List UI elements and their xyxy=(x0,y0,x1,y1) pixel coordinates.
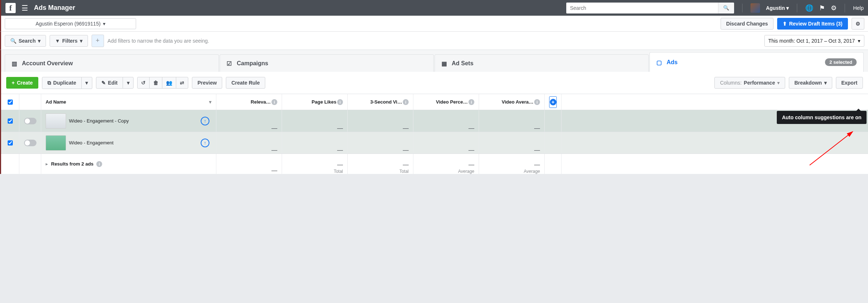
plus-icon: + xyxy=(12,80,15,86)
app-title: Ads Manager xyxy=(34,4,75,12)
cell-value: — xyxy=(271,167,277,174)
chevron-down-icon: ▾ xyxy=(38,38,40,44)
create-label: Create xyxy=(17,80,33,86)
duplicate-dropdown[interactable]: ▾ xyxy=(81,77,92,89)
add-column-button[interactable]: + xyxy=(549,96,557,108)
row-toggle[interactable] xyxy=(24,140,36,146)
duplicate-button[interactable]: ⧉ Duplicate xyxy=(42,77,82,89)
swap-icon: ⇄ xyxy=(180,80,184,86)
top-navigation: f ☰ Ads Manager 🔍 Agustin ▾ 🌐 ⚑ ⚙ Help xyxy=(0,0,868,16)
row-toggle[interactable] xyxy=(24,118,36,124)
chevron-down-icon: ▾ xyxy=(824,80,827,86)
row-name-cell[interactable]: Wideo - Engagement ↑ xyxy=(41,132,216,154)
breakdown-dropdown[interactable]: Breakdown ▾ xyxy=(789,77,832,89)
row-checkbox[interactable] xyxy=(8,140,13,145)
account-settings-button[interactable]: ⚙ xyxy=(852,18,864,30)
chevron-down-icon: ▾ xyxy=(858,38,860,44)
gear-icon: ⚙ xyxy=(856,21,860,27)
column-header-video-percent[interactable]: Video Perce… i xyxy=(413,94,479,110)
cell-value: — xyxy=(468,125,474,132)
export-import-button[interactable]: ⇄ xyxy=(176,77,188,89)
delete-button[interactable]: 🗑 xyxy=(149,77,162,89)
duplicate-icon: ⧉ xyxy=(47,80,51,86)
add-filter-button[interactable]: + xyxy=(92,35,104,47)
hamburger-menu-icon[interactable]: ☰ xyxy=(22,4,28,12)
cell-value: — xyxy=(403,125,409,132)
column-header-relevance[interactable]: Releva… i xyxy=(216,94,282,110)
divider xyxy=(797,4,797,12)
review-draft-items-button[interactable]: ⬆ Review Draft Items (3) xyxy=(777,18,848,30)
selection-count-badge: 2 selected xyxy=(825,58,857,66)
cell-value: — xyxy=(403,147,409,154)
create-button[interactable]: + Create xyxy=(6,77,38,89)
info-icon: i xyxy=(534,99,540,105)
tab-campaigns[interactable]: ☑ Campaigns xyxy=(220,54,434,72)
divider xyxy=(845,4,845,12)
pencil-icon: ✎ xyxy=(101,80,106,86)
select-all-checkbox[interactable] xyxy=(8,100,13,105)
cell-value: — xyxy=(534,125,540,132)
actions-group: ↺ 🗑 👥 ⇄ xyxy=(137,77,188,89)
breakdown-label: Breakdown xyxy=(794,80,822,86)
columns-dropdown[interactable]: Columns: Performance ▾ xyxy=(714,77,785,89)
chevron-down-icon: ▾ xyxy=(85,80,88,86)
table-header-row: Ad Name ▾ Releva… i Page Likes i 3-Secon… xyxy=(1,94,868,110)
cell-sublabel: Average xyxy=(524,169,540,174)
plus-icon: + xyxy=(96,37,100,44)
user-avatar[interactable] xyxy=(751,3,760,13)
chevron-right-icon[interactable]: ▸ xyxy=(46,161,48,167)
search-dropdown-button[interactable]: 🔍 Search ▾ xyxy=(5,35,46,47)
edit-dropdown[interactable]: ▾ xyxy=(123,77,134,89)
filter-icon: ▼ xyxy=(55,38,60,44)
search-input[interactable] xyxy=(566,3,718,13)
revert-button[interactable]: ↺ xyxy=(137,77,150,89)
export-button[interactable]: Export xyxy=(836,77,863,89)
search-button[interactable]: 🔍 xyxy=(718,3,734,13)
column-header-page-likes[interactable]: Page Likes i xyxy=(282,94,348,110)
tab-ad-sets[interactable]: ▦ Ad Sets xyxy=(435,54,649,72)
chevron-down-icon: ▾ xyxy=(209,99,212,105)
table-footer-row: ▸ Results from 2 ads i — — Total — Total… xyxy=(1,154,868,174)
filters-dropdown-button[interactable]: ▼ Filters ▾ xyxy=(50,35,88,47)
column-header-name[interactable]: Ad Name ▾ xyxy=(41,94,216,110)
global-search: 🔍 xyxy=(566,3,734,13)
info-icon: i xyxy=(403,99,409,105)
chevron-down-icon: ▾ xyxy=(80,38,82,44)
cell-value: — xyxy=(403,162,409,168)
search-icon: 🔍 xyxy=(10,38,16,44)
help-link[interactable]: Help xyxy=(853,5,864,11)
table-row: Wideo - Engagement ↑ — — — — — xyxy=(1,132,868,154)
settings-gear-icon[interactable]: ⚙ xyxy=(831,4,837,12)
cell-value: — xyxy=(337,162,343,168)
column-header-3sec-video[interactable]: 3-Second Vi… i xyxy=(348,94,413,110)
assign-button[interactable]: 👥 xyxy=(162,77,176,89)
info-icon: i xyxy=(271,99,277,105)
edit-button[interactable]: ✎ Edit xyxy=(96,77,123,89)
tab-account-overview[interactable]: ▥ Account Overview xyxy=(5,54,219,72)
preview-button[interactable]: Preview xyxy=(192,77,222,89)
cell-sublabel: Average xyxy=(458,169,474,174)
discard-changes-button[interactable]: Discard Changes xyxy=(721,18,773,30)
chevron-down-icon: ▾ xyxy=(127,80,130,86)
flag-icon[interactable]: ⚑ xyxy=(819,4,825,12)
tab-label: Ad Sets xyxy=(452,60,474,67)
date-range-selector[interactable]: This month: Oct 1, 2017 – Oct 3, 2017 ▾ xyxy=(764,35,864,47)
column-header-video-average[interactable]: Video Avera… i xyxy=(479,94,545,110)
cell-value: — xyxy=(468,147,474,154)
filter-bar: 🔍 Search ▾ ▼ Filters ▾ + Add filters to … xyxy=(0,32,868,50)
row-checkbox[interactable] xyxy=(8,119,13,124)
level-tabs: ▥ Account Overview ☑ Campaigns ▦ Ad Sets… xyxy=(0,50,868,72)
globe-icon[interactable]: 🌐 xyxy=(805,4,813,12)
edit-group: ✎ Edit ▾ xyxy=(96,77,134,89)
header-label: 3-Second Vi… xyxy=(370,99,402,105)
user-name-dropdown[interactable]: Agustin ▾ xyxy=(766,5,789,11)
tab-ads[interactable]: ▢ Ads 2 selected xyxy=(649,52,864,72)
create-rule-button[interactable]: Create Rule xyxy=(226,77,265,89)
facebook-logo-icon[interactable]: f xyxy=(5,3,16,13)
row-name-cell[interactable]: Wideo - Engagement - Copy ↑ xyxy=(41,110,216,132)
account-selector[interactable]: Agustin Esperon (96919115) ▾ xyxy=(5,18,136,29)
header-label: Page Likes xyxy=(312,99,336,105)
edit-label: Edit xyxy=(108,80,117,86)
table-row: Wideo - Engagement - Copy ↑ — — — — — xyxy=(1,110,868,132)
filter-hint-text: Add filters to narrow the data you are s… xyxy=(108,38,209,44)
